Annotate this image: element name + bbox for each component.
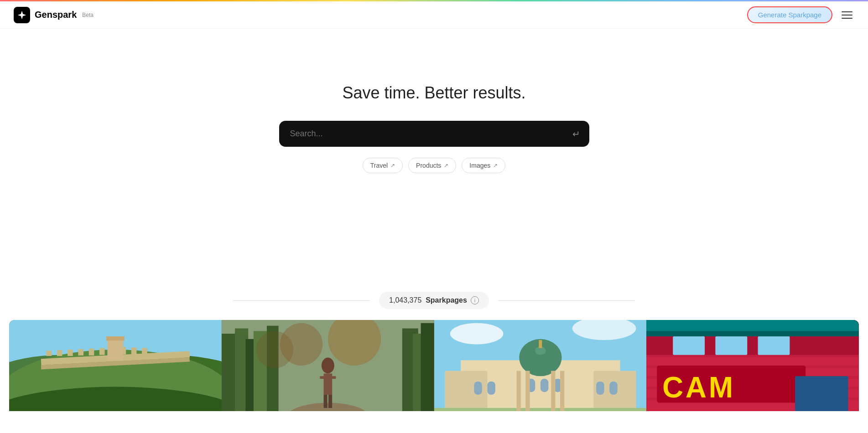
sparkpages-number: 1,043,375 xyxy=(389,296,421,304)
quick-link-images-label: Images xyxy=(469,162,490,169)
quick-link-travel[interactable]: Travel ↗ xyxy=(363,158,403,173)
svg-rect-32 xyxy=(329,376,336,379)
header: Genspark Beta Generate Sparkpage xyxy=(0,1,868,29)
image-card-palace[interactable] xyxy=(434,320,647,411)
image-card-camo-store[interactable]: CAM xyxy=(646,320,859,411)
svg-rect-51 xyxy=(540,379,548,392)
svg-point-29 xyxy=(322,358,334,374)
main-content: Save time. Better results. ↵ Travel ↗ Pr… xyxy=(0,29,868,309)
hamburger-menu-button[interactable] xyxy=(840,10,854,21)
generate-sparkpage-button[interactable]: Generate Sparkpage xyxy=(747,6,832,23)
svg-rect-68 xyxy=(646,331,859,336)
svg-rect-10 xyxy=(89,349,94,356)
quick-link-travel-arrow: ↗ xyxy=(390,162,395,169)
svg-rect-54 xyxy=(609,381,617,395)
svg-rect-58 xyxy=(551,371,555,411)
quick-link-images-arrow: ↗ xyxy=(493,162,498,169)
svg-rect-48 xyxy=(474,381,482,395)
sparkpages-info-icon[interactable]: i xyxy=(471,296,479,304)
svg-rect-8 xyxy=(68,350,73,356)
svg-rect-49 xyxy=(487,381,495,395)
sparkpages-label: Sparkpages xyxy=(426,296,467,304)
camo-store-svg: CAM xyxy=(646,320,859,411)
svg-rect-9 xyxy=(78,349,83,356)
quick-link-products-label: Products xyxy=(416,162,441,169)
svg-rect-71 xyxy=(673,336,705,355)
sparkpages-counter: 1,043,375 Sparkpages i xyxy=(379,292,489,309)
image-cards-row: CAM xyxy=(0,320,868,411)
svg-rect-72 xyxy=(716,336,748,355)
quick-link-products-arrow: ↗ xyxy=(444,162,448,169)
svg-rect-15 xyxy=(142,348,147,355)
svg-rect-53 xyxy=(596,381,604,395)
svg-rect-34 xyxy=(328,395,332,408)
header-logo-group: Genspark Beta xyxy=(14,7,94,23)
logo-icon xyxy=(14,7,30,23)
beta-badge: Beta xyxy=(82,12,94,18)
svg-rect-33 xyxy=(323,395,327,408)
svg-point-39 xyxy=(450,323,503,345)
logo-text: Genspark xyxy=(35,10,77,20)
image-card-forest-person[interactable] xyxy=(222,320,434,411)
great-wall-svg xyxy=(9,320,222,411)
search-input[interactable] xyxy=(279,121,589,147)
quick-links-group: Travel ↗ Products ↗ Images ↗ xyxy=(363,158,506,173)
palace-svg xyxy=(434,320,647,411)
svg-rect-6 xyxy=(47,351,52,356)
header-actions: Generate Sparkpage xyxy=(747,6,854,23)
quick-link-travel-label: Travel xyxy=(370,162,388,169)
svg-rect-62 xyxy=(646,355,859,358)
menu-line-3 xyxy=(842,18,852,19)
svg-rect-11 xyxy=(99,348,105,355)
divider-right xyxy=(498,300,635,301)
svg-rect-17 xyxy=(106,336,125,340)
svg-rect-27 xyxy=(421,323,434,411)
menu-line-2 xyxy=(842,15,852,15)
genspark-icon xyxy=(17,10,27,20)
svg-rect-16 xyxy=(107,339,123,361)
svg-rect-56 xyxy=(516,371,520,411)
svg-rect-7 xyxy=(57,350,62,356)
svg-rect-45 xyxy=(539,340,542,348)
svg-rect-74 xyxy=(795,376,848,411)
search-enter-icon[interactable]: ↵ xyxy=(572,129,580,139)
quick-link-images[interactable]: Images ↗ xyxy=(462,158,505,173)
svg-rect-73 xyxy=(758,336,790,355)
quick-link-products[interactable]: Products ↗ xyxy=(408,158,456,173)
sparkpages-count: 1,043,375 Sparkpages xyxy=(389,296,467,304)
svg-text:CAM: CAM xyxy=(662,371,735,404)
divider-left xyxy=(233,300,370,301)
hero-headline: Save time. Better results. xyxy=(342,83,525,103)
sparkpages-section: 1,043,375 Sparkpages i xyxy=(229,292,639,309)
svg-rect-43 xyxy=(532,358,548,374)
svg-point-37 xyxy=(256,331,293,368)
forest-person-svg xyxy=(222,320,434,411)
svg-rect-59 xyxy=(560,371,564,411)
search-container: ↵ xyxy=(279,121,589,147)
svg-rect-57 xyxy=(525,371,530,411)
svg-rect-14 xyxy=(131,347,137,354)
image-card-great-wall[interactable] xyxy=(9,320,222,411)
svg-rect-55 xyxy=(434,408,647,411)
menu-line-1 xyxy=(842,11,852,12)
svg-rect-31 xyxy=(320,376,326,379)
